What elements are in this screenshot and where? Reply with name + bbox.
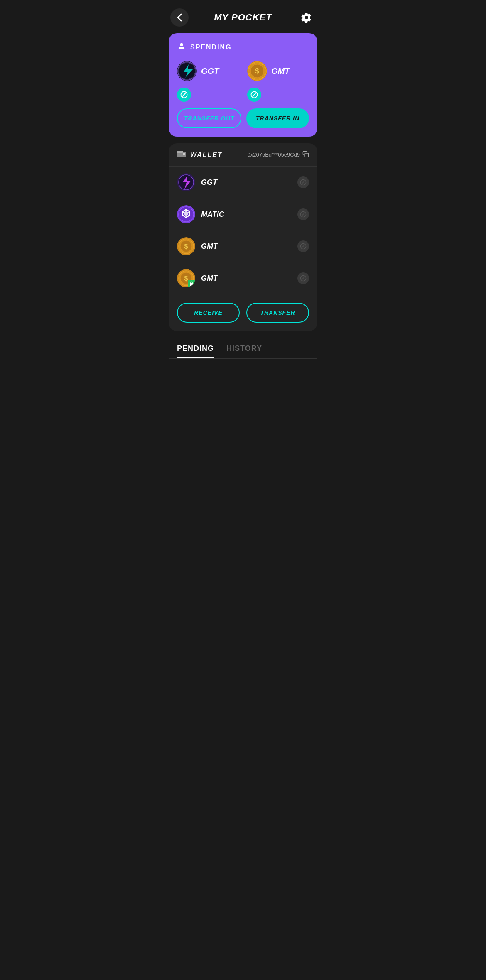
wallet-address: 0x2075Bd***05e9Cd9 <box>248 151 309 159</box>
transfer-in-button[interactable]: TRANSFER IN <box>246 108 309 128</box>
wallet-icon <box>177 150 186 159</box>
receive-button[interactable]: RECEIVE <box>177 303 240 323</box>
svg-text:$: $ <box>184 243 188 250</box>
svg-point-0 <box>180 43 183 46</box>
svg-text:$: $ <box>255 67 259 75</box>
svg-point-25 <box>188 215 190 216</box>
svg-point-26 <box>185 216 187 218</box>
wallet-item-ggt-left: GGT <box>177 173 217 191</box>
page-title: MY POCKET <box>214 12 272 23</box>
wallet-header-left: WALLET <box>177 150 223 159</box>
ggt-icon <box>177 61 197 81</box>
svg-rect-16 <box>305 153 309 157</box>
transfer-out-button[interactable]: TRANSFER OUT <box>177 108 241 128</box>
svg-line-30 <box>302 213 305 216</box>
svg-point-28 <box>182 211 184 213</box>
ggt-token-row: GGT <box>177 61 239 81</box>
spending-label: SPENDING <box>190 44 232 51</box>
svg-rect-15 <box>183 153 185 155</box>
wallet-item-matic-name: MATIC <box>201 210 224 219</box>
spending-buttons: TRANSFER OUT TRANSFER IN <box>177 108 309 128</box>
wallet-label: WALLET <box>190 151 223 159</box>
svg-line-43 <box>302 277 305 280</box>
wallet-matic-icon <box>177 205 195 223</box>
header: MY POCKET <box>162 0 324 33</box>
spending-tokens: GGT $ <box>177 61 309 102</box>
svg-line-5 <box>182 93 186 97</box>
ggt-balance-icon <box>177 88 191 102</box>
spending-card: SPENDING GGT <box>169 33 317 137</box>
wallet-item-gmt-locked-left: $ GMT <box>177 269 218 287</box>
wallet-ggt-icon <box>177 173 195 191</box>
settings-button[interactable] <box>297 8 316 27</box>
tab-history[interactable]: HISTORY <box>226 344 262 358</box>
back-button[interactable] <box>170 8 189 27</box>
wallet-item-gmt-locked: $ GMT <box>169 262 317 294</box>
wallet-item-gmt-name: GMT <box>201 242 218 251</box>
gmt-token-row: $ GMT <box>247 61 309 81</box>
svg-point-23 <box>185 210 187 211</box>
wallet-item-matic-zero <box>297 208 309 220</box>
gmt-icon: $ <box>247 61 267 81</box>
svg-point-24 <box>188 211 190 213</box>
tab-pending[interactable]: PENDING <box>177 344 214 358</box>
copy-icon[interactable] <box>302 151 309 159</box>
tabs: PENDING HISTORY <box>169 338 317 359</box>
wallet-item-gmt-locked-name: GMT <box>201 274 218 283</box>
gmt-token-name: GMT <box>271 66 290 76</box>
wallet-gmt-locked-icon: $ <box>177 269 195 287</box>
spending-header: SPENDING <box>177 42 309 53</box>
wallet-header: WALLET 0x2075Bd***05e9Cd9 <box>169 143 317 167</box>
wallet-item-ggt-name: GGT <box>201 178 217 187</box>
wallet-gmt-icon: $ <box>177 237 195 255</box>
spending-icon <box>177 42 186 53</box>
wallet-item-ggt: GGT <box>169 167 317 198</box>
wallet-item-gmt: $ GMT <box>169 230 317 262</box>
svg-line-12 <box>253 93 256 97</box>
svg-rect-14 <box>177 151 183 153</box>
wallet-item-gmt-left: $ GMT <box>177 237 218 255</box>
transfer-button[interactable]: TRANSFER <box>246 303 309 323</box>
svg-rect-41 <box>190 283 193 286</box>
wallet-item-gmt-zero <box>297 240 309 252</box>
svg-point-27 <box>182 215 184 216</box>
wallet-item-matic-left: MATIC <box>177 205 224 223</box>
svg-line-20 <box>302 181 305 184</box>
gmt-balance-icon <box>247 88 261 102</box>
wallet-buttons: RECEIVE TRANSFER <box>169 294 317 331</box>
wallet-item-ggt-zero <box>297 176 309 188</box>
ggt-token-name: GGT <box>201 66 219 76</box>
wallet-item-gmt-locked-zero <box>297 272 309 284</box>
wallet-card: WALLET 0x2075Bd***05e9Cd9 GGT <box>169 143 317 331</box>
wallet-address-text: 0x2075Bd***05e9Cd9 <box>248 152 300 158</box>
spending-token-gmt: $ GMT <box>247 61 309 102</box>
spending-token-ggt: GGT <box>177 61 239 102</box>
svg-line-36 <box>302 245 305 248</box>
wallet-item-matic: MATIC <box>169 198 317 230</box>
